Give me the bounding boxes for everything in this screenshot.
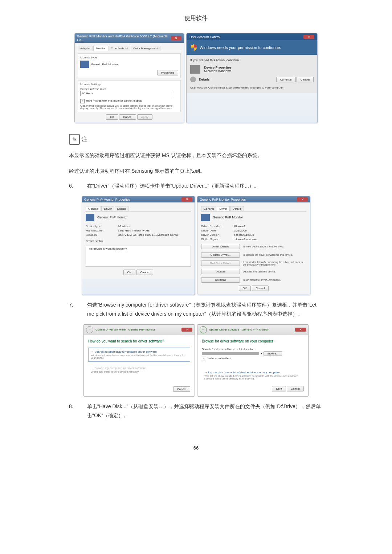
step-number-6: 6.: [69, 181, 80, 190]
driver-details-button[interactable]: Driver Details: [201, 244, 240, 249]
tab-details[interactable]: Details: [115, 206, 128, 211]
tab-driver[interactable]: Driver: [217, 206, 229, 211]
uninstall-button[interactable]: Uninstall: [201, 277, 240, 283]
ok-button[interactable]: OK: [123, 270, 136, 275]
version-value: 6.0.6000.16386: [234, 233, 254, 237]
step-text-7: 勾选"Browse my computer for driver softwar…: [87, 300, 323, 319]
location-value: on NVIDIA GeForce 6600 LE (Microsoft Cor…: [118, 233, 178, 237]
disable-desc: Disables the selected device.: [243, 270, 306, 273]
signer-value: microsoft windows: [234, 238, 257, 241]
tab-troubleshoot[interactable]: Troubleshoot: [109, 46, 130, 51]
tab-monitor[interactable]: Monitor: [93, 46, 108, 51]
version-label: Driver Version:: [201, 233, 234, 237]
tab-general[interactable]: General: [86, 206, 101, 211]
monitor-icon: [80, 61, 89, 68]
tab-adapter[interactable]: Adapter: [78, 46, 93, 51]
roll-back-desc: If the device fails after updating the d…: [243, 261, 306, 266]
device-status-label: Device status: [86, 239, 191, 243]
step-number-8: 8.: [69, 402, 80, 420]
ok-button[interactable]: OK: [239, 286, 251, 291]
manufacturer-label: Manufacturer:: [86, 229, 118, 232]
uac-banner-text: Windows needs your permission to contion…: [200, 45, 281, 50]
location-input[interactable]: [202, 352, 259, 355]
option-search-auto[interactable]: → Search automatically for updated drive…: [88, 348, 190, 362]
cancel-button[interactable]: Cancel: [297, 77, 314, 82]
option-browse[interactable]: → Browse my computer for driver software…: [88, 364, 190, 376]
monitor-name: Generic PnP Monitor: [91, 63, 118, 66]
back-arrow-icon[interactable]: ←: [86, 326, 93, 333]
step-number-7: 7.: [69, 300, 80, 319]
uninstall-desc: To uninstall the driver (Advanced).: [243, 279, 306, 281]
option-let-me-pick[interactable]: → Let me pick from a list of device driv…: [202, 368, 304, 382]
close-icon[interactable]: ✕: [303, 35, 314, 39]
hide-modes-label: Hide modes that this monitor cannot disp…: [86, 99, 142, 102]
wizard-browse-dialog: ← Update Driver Software - Generic PnP M…: [197, 324, 309, 397]
page-number: 66: [0, 442, 392, 451]
dialog-title: Generic PnP Monitor Properties: [200, 198, 246, 201]
include-subfolders-checkbox[interactable]: [202, 357, 206, 361]
uac-title: User Account Control: [189, 35, 220, 39]
location-label: Location:: [86, 233, 118, 237]
device-type-value: Monitors: [118, 225, 130, 228]
device-name: Generic PnP Monitor: [97, 216, 127, 219]
tab-general[interactable]: General: [201, 206, 216, 211]
apply-button[interactable]: Apply: [137, 114, 152, 120]
date-value: 6/21/2006: [234, 229, 247, 232]
hide-modes-desc: Clearing this check box allows you to se…: [80, 104, 178, 110]
properties-button[interactable]: Properties: [157, 70, 178, 75]
update-driver-desc: To update the driver software for this d…: [243, 254, 306, 256]
back-arrow-icon[interactable]: ←: [200, 326, 207, 333]
close-icon[interactable]: ✕: [297, 197, 308, 201]
close-icon[interactable]: ✕: [181, 197, 192, 201]
disable-button[interactable]: Disable: [201, 269, 240, 274]
device-name: Generic PnP Monitor: [213, 216, 243, 219]
cancel-button[interactable]: Cancel: [119, 114, 136, 120]
ok-button[interactable]: OK: [106, 114, 118, 120]
cancel-button[interactable]: Cancel: [173, 386, 190, 392]
wizard-nav-title: Update Driver Software - Generic PnP Mon…: [95, 328, 155, 331]
tab-driver[interactable]: Driver: [101, 206, 114, 211]
tab-details[interactable]: Details: [230, 206, 244, 211]
next-button[interactable]: Next: [272, 386, 286, 391]
close-icon[interactable]: ✕: [181, 328, 192, 332]
uac-footer-text: User Account Control helps stop unauthor…: [190, 86, 314, 89]
tab-color[interactable]: Color Management: [131, 46, 160, 51]
close-icon[interactable]: ✕: [295, 328, 306, 332]
refresh-rate-dropdown[interactable]: 60 Hertz: [80, 91, 172, 96]
chevron-down-icon[interactable]: [190, 77, 196, 82]
details-label[interactable]: Details: [199, 78, 210, 81]
option-search-auto-desc: Windows will search your computer and th…: [91, 354, 188, 359]
uac-instruction: If you started this action, continue.: [190, 58, 314, 62]
note-label: 注: [81, 135, 87, 144]
hide-modes-checkbox[interactable]: [80, 99, 85, 103]
note-icon: ✎: [69, 134, 80, 145]
browse-button[interactable]: Browse...: [264, 351, 282, 356]
update-driver-button[interactable]: Update Driver...: [201, 252, 240, 258]
step-text-8: 单击"Have Disk..."（从磁盘安装…），并选择驱动程序安装文件所在的文…: [87, 402, 323, 420]
close-icon[interactable]: ✕: [171, 36, 181, 40]
wizard-search-dialog: ← Update Driver Software - Generic PnP M…: [83, 324, 195, 397]
dialog-title: Generic PnP Monitor and NVIDIA GeForce 6…: [77, 34, 171, 42]
shield-icon: [190, 44, 197, 51]
body-para-1: 本显示器的驱动程序通过相应认证并获得 MS 认证徽标，且本安装不会损坏您的系统。: [69, 150, 323, 160]
page-header: 使用软件: [0, 15, 392, 22]
cancel-button[interactable]: Cancel: [136, 270, 154, 275]
monitor-type-label: Monitor Type: [80, 56, 178, 59]
tab-strip: Adapter Monitor Troubleshoot Color Manag…: [78, 46, 181, 51]
cancel-button[interactable]: Cancel: [252, 286, 269, 291]
continue-button[interactable]: Continue: [276, 77, 296, 82]
monitor-icon: [201, 214, 210, 221]
monitor-settings-label: Monitor Settings: [80, 83, 178, 86]
roll-back-button[interactable]: Roll Back Driver: [201, 260, 240, 266]
body-para-2: 经过认证的此驱动程序可在 Samsung 显示器的主页上找到。: [69, 166, 323, 176]
monitor-icon: [86, 214, 94, 221]
device-type-label: Device type:: [86, 225, 118, 228]
date-label: Driver Date:: [201, 229, 234, 232]
search-location-label: Search for driver software in this locat…: [202, 348, 304, 351]
step-text-6: 在"Driver"（驱动程序）选项卡中单击"Update Driver..."（…: [87, 181, 259, 190]
cancel-button[interactable]: Cancel: [287, 386, 304, 391]
properties-general-dialog: Generic PnP Monitor Properties ✕ General…: [82, 196, 195, 295]
driver-details-desc: To view details about the driver files.: [243, 245, 306, 248]
include-subfolders-label: Include subfolders: [208, 357, 231, 360]
wizard-nav-title: Update Driver Software - Generic PnP Mon…: [209, 328, 269, 331]
